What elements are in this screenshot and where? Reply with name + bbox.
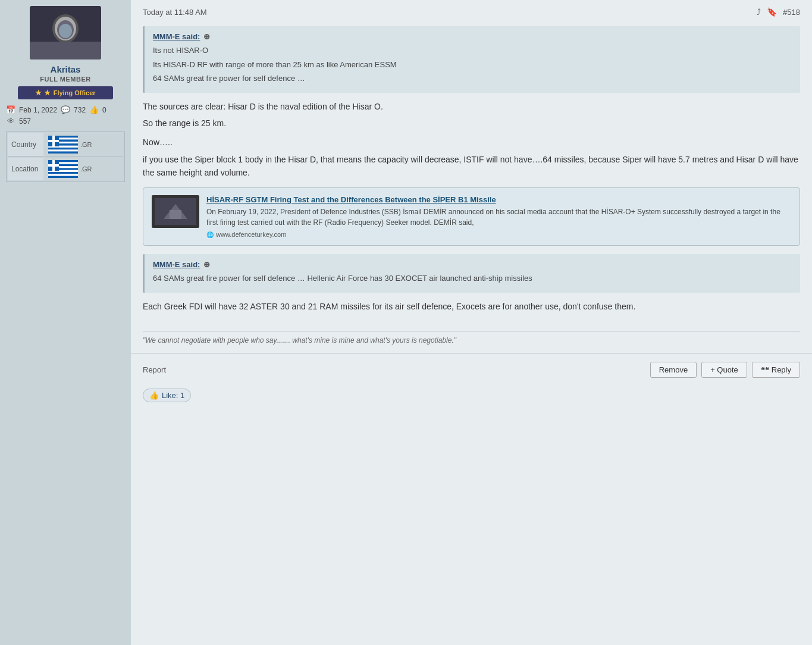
signature-block: "We cannot negotiate with people who say… [143,331,800,345]
message-count: 732 [74,106,86,114]
post-footer: Report Remove + Quote ❝❝ Reply [131,357,812,385]
main-text1-p2: So the range is 25 km. [143,117,800,130]
reply-button[interactable]: ❝❝ Reply [752,362,800,378]
main-text1-p1: The sources are clear: Hisar D is the na… [143,100,800,113]
post-divider [131,353,812,353]
user-stats: 📅 Feb 1, 2022 💬 732 👍 0 👁 557 [6,104,125,127]
post-text-3: Each Greek FDI will have 32 ASTER 30 and… [143,300,800,313]
post-number: #518 [783,8,800,17]
post-timestamp: Today at 11:48 AM [143,8,207,17]
svg-point-4 [59,24,72,38]
post-header: Today at 11:48 AM ⤴ 🔖 #518 [131,0,812,21]
svg-rect-14 [48,149,78,151]
like-bar: 👍 Like: 1 [131,385,812,406]
reply-icon: ❝❝ [761,365,769,374]
svg-rect-15 [48,152,78,154]
remove-button[interactable]: Remove [650,362,697,378]
goto-icon-1[interactable]: ⊕ [203,32,210,41]
footer-buttons: Remove + Quote ❝❝ Reply [650,362,800,378]
quote-block-2: MMM-E said: ⊕ 64 SAMs great fire power f… [143,254,800,293]
like-badge[interactable]: 👍 Like: 1 [143,389,191,402]
quote-author-1-link[interactable]: MMM-E said: [153,32,200,41]
post-text-2: Now….. if you use the Siper block 1 body… [143,136,800,179]
main-text3-p1: Each Greek FDI will have 32 ASTER 30 and… [143,300,800,313]
greek-flag-location [48,160,78,178]
svg-rect-23 [48,174,78,176]
reply-label: Reply [772,365,791,374]
join-date: Feb 1, 2022 [19,106,57,114]
username[interactable]: Akritas [51,64,81,74]
quote1-line1: Its not HISAR-O [153,45,792,57]
like-icon: 👍 [89,105,99,114]
country-flag: .GR [45,133,123,156]
quote-attribution-2: MMM-E said: ⊕ [153,260,792,269]
like-count: 0 [102,106,106,114]
post-text-1: The sources are clear: Hisar D is the na… [143,100,800,130]
main-text2-p2: if you use the Siper block 1 body in the… [143,153,800,180]
svg-rect-18 [48,140,59,142]
country-code: .GR [80,141,92,148]
country-label: Country [8,133,43,156]
svg-rect-5 [30,42,101,60]
svg-rect-13 [48,148,78,149]
greek-flag-country [48,136,78,154]
report-link[interactable]: Report [143,365,166,374]
location-label: Location [8,158,43,180]
quote-button[interactable]: + Quote [701,362,747,378]
quote2-line1: 64 SAMs great fire power for self defenc… [153,273,792,284]
link-preview-thumb [152,195,199,228]
sidebar: Akritas FULL MEMBER ★ ★ Flying Officer 📅… [0,0,131,645]
link-preview-url: 🌐 www.defenceturkey.com [206,231,791,238]
view-count: 557 [19,117,31,126]
quote-text-1: Its not HISAR-O Its HISAR-D RF with rang… [153,45,792,84]
site-favicon: 🌐 [206,231,214,238]
user-info-table: Country [6,131,125,182]
like-count-label: Like: 1 [162,391,184,400]
calendar-icon: 📅 [6,105,15,114]
main-text2-p1: Now….. [143,136,800,149]
quote-attribution-1: MMM-E said: ⊕ [153,32,792,41]
location-flag: .GR [45,158,123,180]
user-role: FULL MEMBER [40,76,90,83]
share-icon[interactable]: ⤴ [757,7,761,17]
rank-stars: ★ ★ [35,89,50,97]
link-preview-content: HİSAR-RF SGTM Firing Test and the Differ… [206,195,791,238]
link-preview: HİSAR-RF SGTM Firing Test and the Differ… [143,187,800,246]
message-icon: 💬 [61,105,70,114]
link-preview-domain: www.defenceturkey.com [216,231,286,238]
signature-text: "We cannot negotiate with people who say… [143,336,456,345]
quote1-line2: Its HISAR-D RF with range of more than 2… [153,59,792,71]
quote-block-1: MMM-E said: ⊕ Its not HISAR-O Its HISAR-… [143,26,800,93]
post-body: MMM-E said: ⊕ Its not HISAR-O Its HISAR-… [131,26,812,350]
link-preview-desc: On February 19, 2022, President of Defen… [206,207,791,228]
svg-rect-26 [48,164,59,167]
post-actions: ⤴ 🔖 #518 [757,7,800,17]
view-icon: 👁 [6,117,15,126]
rank-badge: ★ ★ Flying Officer [18,86,113,99]
rank-label: Flying Officer [54,89,96,96]
svg-rect-30 [170,210,181,219]
goto-icon-2[interactable]: ⊕ [203,260,210,269]
quote1-line3: 64 SAMs great fire power for self defenc… [153,73,792,84]
avatar [30,6,101,60]
quote-text-2: 64 SAMs great fire power for self defenc… [153,273,792,284]
bookmark-icon[interactable]: 🔖 [767,7,777,17]
like-thumb-icon: 👍 [149,391,159,400]
link-preview-title[interactable]: HİSAR-RF SGTM Firing Test and the Differ… [206,195,791,204]
quote-author-2-link[interactable]: MMM-E said: [153,260,200,269]
location-code: .GR [80,165,92,173]
main-content: Today at 11:48 AM ⤴ 🔖 #518 MMM-E said: ⊕… [131,0,812,645]
